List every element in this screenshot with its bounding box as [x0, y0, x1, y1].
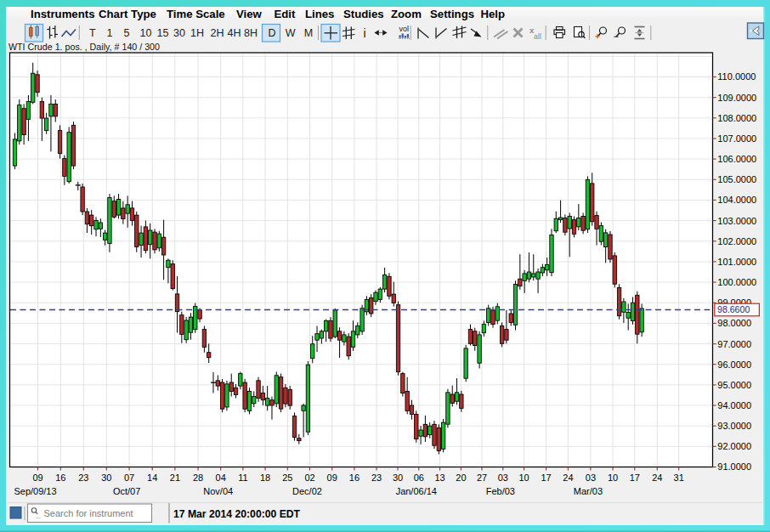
svg-text:Sep/09/13: Sep/09/13 — [14, 486, 56, 496]
svg-text:Nov/04: Nov/04 — [203, 486, 233, 496]
svg-text:Lines: Lines — [305, 8, 334, 20]
svg-text:104.0000: 104.0000 — [717, 195, 756, 205]
svg-text:Oct/07: Oct/07 — [113, 486, 140, 496]
svg-text:2H: 2H — [211, 27, 224, 39]
svg-text:Chart Type: Chart Type — [99, 8, 156, 20]
svg-text:W: W — [286, 27, 296, 39]
svg-text:17 Mar 2014 20:00:00 EDT: 17 Mar 2014 20:00:00 EDT — [173, 508, 301, 520]
svg-text:91.0000: 91.0000 — [717, 461, 751, 472]
svg-text:8H: 8H — [244, 27, 258, 39]
svg-text:92.0000: 92.0000 — [717, 441, 751, 451]
svg-text:96.0000: 96.0000 — [717, 359, 751, 370]
svg-text:i: i — [363, 26, 365, 40]
svg-text:105.0000: 105.0000 — [717, 174, 756, 184]
svg-text:5: 5 — [124, 27, 130, 39]
svg-text:Settings: Settings — [430, 8, 474, 20]
svg-text:30: 30 — [393, 473, 403, 483]
svg-text:Edit: Edit — [275, 8, 297, 20]
svg-text:28: 28 — [193, 473, 203, 483]
svg-text:109.0000: 109.0000 — [717, 93, 756, 103]
svg-text:24: 24 — [652, 473, 662, 483]
svg-text:30: 30 — [173, 27, 185, 39]
svg-text:4H: 4H — [228, 27, 241, 39]
svg-text:04: 04 — [216, 473, 226, 483]
svg-text:20: 20 — [456, 473, 466, 483]
svg-text:Search for instrument: Search for instrument — [44, 508, 133, 518]
svg-text:110.0000: 110.0000 — [717, 71, 756, 82]
svg-text:93.0000: 93.0000 — [717, 421, 751, 431]
svg-text:23: 23 — [78, 473, 88, 483]
svg-text:13: 13 — [434, 473, 444, 483]
svg-text:107.0000: 107.0000 — [717, 133, 756, 144]
svg-text:1: 1 — [107, 27, 113, 39]
svg-text:102.0000: 102.0000 — [717, 236, 756, 246]
svg-text:101.0000: 101.0000 — [717, 257, 756, 267]
svg-text:all: all — [534, 32, 541, 41]
svg-text:11: 11 — [238, 473, 247, 483]
svg-text:View: View — [236, 8, 263, 20]
svg-text:03: 03 — [586, 473, 596, 483]
svg-text:Zoom: Zoom — [391, 8, 422, 20]
svg-text:Studies: Studies — [343, 8, 384, 20]
svg-text:Time Scale: Time Scale — [167, 8, 225, 20]
svg-text:Jan/06/14: Jan/06/14 — [396, 486, 437, 496]
svg-text:98.0000: 98.0000 — [717, 318, 751, 328]
svg-text:95.0000: 95.0000 — [717, 380, 751, 390]
svg-text:10: 10 — [518, 473, 529, 483]
svg-text:97.0000: 97.0000 — [717, 339, 751, 349]
svg-text:T: T — [89, 27, 96, 39]
svg-text:21: 21 — [170, 473, 180, 483]
svg-text:14: 14 — [147, 473, 157, 483]
svg-text:02: 02 — [304, 473, 314, 483]
svg-text:25: 25 — [282, 473, 292, 483]
svg-text:...: ... — [36, 512, 41, 520]
svg-text:M: M — [304, 27, 313, 39]
svg-text:94.0000: 94.0000 — [717, 400, 751, 410]
svg-text:Mar/03: Mar/03 — [574, 486, 603, 496]
svg-text:98.6600: 98.6600 — [717, 304, 750, 314]
svg-text:16: 16 — [55, 473, 65, 483]
svg-text:27: 27 — [477, 473, 487, 483]
svg-text:WTI Crude 1. pos. , Daily, # 1: WTI Crude 1. pos. , Daily, # 140 / 300 — [8, 42, 160, 52]
svg-text:18: 18 — [260, 473, 270, 483]
svg-text:Instruments: Instruments — [31, 8, 94, 20]
svg-text:Dec/02: Dec/02 — [292, 486, 322, 496]
svg-text:15: 15 — [157, 27, 169, 39]
svg-text:24: 24 — [563, 473, 573, 483]
svg-text:06: 06 — [414, 473, 424, 483]
svg-text:16: 16 — [349, 473, 360, 483]
svg-text:30: 30 — [101, 473, 111, 483]
svg-text:Feb/03: Feb/03 — [486, 486, 515, 496]
svg-text:1H: 1H — [190, 27, 204, 39]
svg-text:09: 09 — [327, 473, 337, 483]
svg-text:vol: vol — [399, 25, 410, 33]
svg-text:10: 10 — [608, 473, 618, 483]
svg-text:106.0000: 106.0000 — [717, 154, 756, 164]
svg-text:100.0000: 100.0000 — [717, 277, 756, 287]
svg-text:D: D — [268, 27, 275, 39]
svg-text:10: 10 — [140, 27, 152, 39]
svg-text:17: 17 — [541, 473, 551, 483]
svg-text:17: 17 — [630, 473, 640, 483]
svg-text:31: 31 — [674, 473, 684, 483]
svg-text:03: 03 — [498, 473, 508, 483]
svg-text:108.0000: 108.0000 — [717, 113, 756, 123]
svg-text:07: 07 — [124, 473, 134, 483]
svg-text:09: 09 — [32, 473, 42, 483]
svg-text:103.0000: 103.0000 — [717, 216, 756, 226]
svg-text:Help: Help — [481, 8, 506, 20]
svg-text:23: 23 — [371, 473, 382, 483]
